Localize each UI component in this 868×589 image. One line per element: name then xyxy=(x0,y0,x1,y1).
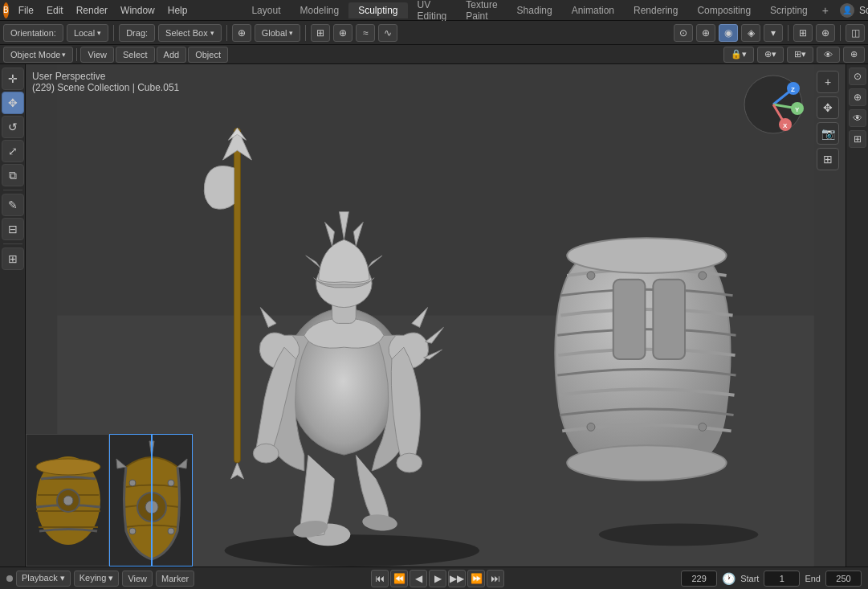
add-workspace-btn[interactable]: + xyxy=(817,2,833,18)
app-icon: B xyxy=(3,2,9,18)
start-label: Start xyxy=(740,574,759,583)
left-sep1 xyxy=(3,190,22,190)
end-frame-field[interactable]: 250 xyxy=(825,571,862,587)
timeline-bar: Playback ▾ Keying ▾ View Marker ⏮ ⏪ ◀ ▶ … xyxy=(0,567,868,589)
quad-view-btn[interactable]: ⊞ xyxy=(817,148,839,170)
tab-animation[interactable]: Animation xyxy=(562,2,624,18)
jump-end-btn[interactable]: ⏭ xyxy=(487,570,504,587)
view-tab[interactable]: View xyxy=(122,571,153,587)
viewport[interactable]: User Perspective (229) Scene Collection … xyxy=(26,64,846,567)
playback-tab[interactable]: Playback ▾ xyxy=(16,571,71,587)
tab-compositing[interactable]: Compositing xyxy=(687,2,760,18)
menu-render[interactable]: Render xyxy=(70,3,114,18)
svg-point-58 xyxy=(168,480,174,486)
left-sep2 xyxy=(3,243,22,244)
show-overlays-toggle[interactable]: 👁 xyxy=(817,47,840,63)
svg-point-29 xyxy=(699,272,707,280)
viewport-shading-settings[interactable]: ▾ xyxy=(764,24,783,42)
right-btn-4[interactable]: ⊞ xyxy=(849,130,866,148)
play-btn[interactable]: ▶ xyxy=(429,570,446,587)
object-menu[interactable]: Object xyxy=(188,47,228,63)
right-btn-3[interactable]: 👁 xyxy=(849,109,866,127)
svg-rect-20 xyxy=(234,128,241,463)
tab-modeling[interactable]: Modeling xyxy=(290,2,348,18)
drag-label: Drag: xyxy=(119,24,155,42)
play-forward-btn[interactable]: ▶▶ xyxy=(448,570,466,587)
camera-view-btn[interactable]: 📷 xyxy=(817,122,839,145)
tab-scripting[interactable]: Scripting xyxy=(760,2,817,18)
orientation-dropdown[interactable]: Local ▾ xyxy=(67,24,108,42)
show-gizmos-toggle[interactable]: ⊕ xyxy=(843,47,865,63)
thumbnail-2[interactable] xyxy=(109,434,193,567)
view-layer-btn3[interactable]: ≈ xyxy=(356,24,375,42)
menu-window[interactable]: Window xyxy=(114,3,161,18)
pan-btn[interactable]: ✥ xyxy=(817,96,839,119)
jump-start-btn[interactable]: ⏮ xyxy=(371,570,389,587)
svg-text:X: X xyxy=(783,122,788,129)
add-cube-btn[interactable]: ⊞ xyxy=(2,247,24,270)
viewport-shading-btn2[interactable]: ⊕ xyxy=(696,24,715,42)
measure-tool-btn[interactable]: ⊟ xyxy=(2,218,24,240)
header-row: Object Mode ▾ View Select Add Object 🔒▾ … xyxy=(0,45,868,64)
xray-toggle[interactable]: ◫ xyxy=(846,24,865,42)
global-dropdown[interactable]: Global ▾ xyxy=(255,24,301,42)
sep2 xyxy=(226,25,227,41)
view-layer-btn1[interactable]: ⊞ xyxy=(311,24,330,42)
menu-edit[interactable]: Edit xyxy=(40,3,70,18)
scale-tool-btn[interactable]: ⤢ xyxy=(2,140,24,162)
svg-point-50 xyxy=(36,459,100,475)
step-back-btn[interactable]: ⏪ xyxy=(390,570,408,587)
transform-tool-btn[interactable]: ⧉ xyxy=(2,164,24,186)
cursor-tool-btn[interactable]: ✛ xyxy=(2,67,24,90)
viewport-lock-btn[interactable]: 🔒▾ xyxy=(723,47,754,63)
add-menu[interactable]: Add xyxy=(157,47,187,63)
move-tool-btn[interactable]: ✥ xyxy=(2,92,24,114)
clock-icon: 🕐 xyxy=(722,572,736,585)
timeline-right: 229 🕐 Start 1 End 250 xyxy=(681,571,862,587)
rotate-tool-btn[interactable]: ↺ xyxy=(2,116,24,138)
left-toolbar: ✛ ✥ ↺ ⤢ ⧉ ✎ ⊟ ⊞ xyxy=(0,64,26,567)
select-menu[interactable]: Select xyxy=(116,47,155,63)
current-frame-field[interactable]: 229 xyxy=(681,571,717,587)
viewport-overlay-btn[interactable]: ⊞▾ xyxy=(787,47,813,63)
marker-tab[interactable]: Marker xyxy=(156,571,194,587)
right-btn-1[interactable]: ⊙ xyxy=(849,67,866,85)
timeline-cursor-line xyxy=(151,435,153,566)
gizmo[interactable]: Z Y X xyxy=(741,72,805,137)
object-mode-dropdown[interactable]: Object Mode ▾ xyxy=(3,47,73,63)
right-panel: ⊙ ⊕ 👁 ⊞ xyxy=(846,64,868,567)
svg-point-49 xyxy=(63,496,73,505)
right-btn-2[interactable]: ⊕ xyxy=(849,88,866,106)
view-layer-btn2[interactable]: ⊕ xyxy=(333,24,352,42)
tab-rendering[interactable]: Rendering xyxy=(624,2,687,18)
svg-text:Y: Y xyxy=(795,106,800,113)
view-layer-btn4[interactable]: ∿ xyxy=(378,24,397,42)
scene-name-area: 👤 Scene xyxy=(833,3,868,18)
menu-file[interactable]: File xyxy=(12,3,40,18)
pivot-icon[interactable]: ⊕ xyxy=(232,24,251,42)
svg-point-57 xyxy=(129,480,136,486)
thumbnail-1[interactable] xyxy=(26,434,109,567)
viewport-shading-btn1[interactable]: ⊙ xyxy=(674,24,693,42)
end-label: End xyxy=(805,574,821,583)
play-back-btn[interactable]: ◀ xyxy=(410,570,427,587)
overlay-toggle[interactable]: ⊞ xyxy=(793,24,813,42)
annotate-tool-btn[interactable]: ✎ xyxy=(2,194,24,216)
viewport-shading-btn4[interactable]: ◈ xyxy=(741,24,760,42)
zoom-in-btn[interactable]: + xyxy=(817,71,839,93)
start-frame-field[interactable]: 1 xyxy=(764,571,800,587)
tab-sculpting[interactable]: Sculpting xyxy=(348,2,407,18)
svg-point-3 xyxy=(599,523,758,546)
gizmo-toggle[interactable]: ⊕ xyxy=(816,24,835,42)
scene-name: Scene xyxy=(859,5,868,16)
viewport-shading-btn3[interactable]: ◉ xyxy=(719,24,738,42)
tab-layout[interactable]: Layout xyxy=(242,2,290,18)
viewport-gizmo-btn[interactable]: ⊕▾ xyxy=(757,47,784,63)
drag-dropdown[interactable]: Select Box ▾ xyxy=(158,24,222,42)
step-forward-btn[interactable]: ⏩ xyxy=(467,570,485,587)
view-menu[interactable]: View xyxy=(80,47,114,63)
tab-shading[interactable]: Shading xyxy=(507,2,562,18)
keying-tab[interactable]: Keying ▾ xyxy=(74,571,120,587)
frame-dot xyxy=(6,575,13,582)
menu-help[interactable]: Help xyxy=(161,3,194,18)
